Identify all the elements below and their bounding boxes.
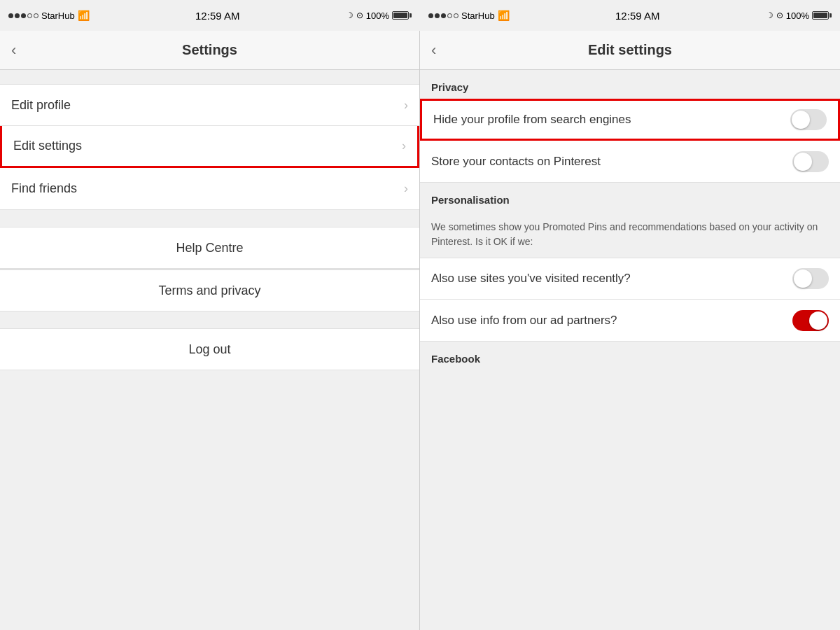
settings-item-help[interactable]: Help Centre (0, 227, 419, 269)
left-wifi-icon: 📶 (78, 10, 90, 21)
left-battery-pct: 100% (366, 10, 389, 21)
right-moon-icon: ☽ (766, 10, 774, 20)
settings-top-gap (0, 70, 419, 84)
store-contacts-label: Store your contacts on Pinterest (431, 155, 792, 169)
visited-sites-knob (794, 270, 812, 288)
terms-label: Terms and privacy (158, 284, 260, 298)
hide-profile-label: Hide your profile from search engines (433, 113, 790, 127)
privacy-section-label: Privacy (420, 70, 840, 99)
edit-profile-chevron: › (404, 98, 408, 113)
ad-partners-label: Also use info from our ad partners? (431, 314, 792, 328)
left-panel-title: Settings (182, 42, 237, 58)
right-lock-icon: ⊙ (776, 10, 783, 20)
toggle-hide-profile: Hide your profile from search engines (420, 99, 840, 141)
settings-gap2 (0, 312, 419, 328)
toggle-store-contacts: Store your contacts on Pinterest (420, 141, 840, 183)
right-status: StarHub 📶 12:59 AM ☽ ⊙ 100% (420, 0, 840, 31)
personalisation-desc: We sometimes show you Promoted Pins and … (420, 211, 840, 258)
settings-item-edit-profile[interactable]: Edit profile › (0, 84, 419, 126)
settings-item-logout[interactable]: Log out (0, 328, 419, 370)
right-carrier: StarHub (461, 10, 495, 21)
hide-profile-toggle[interactable] (790, 109, 827, 130)
left-battery-icon (392, 11, 412, 20)
help-label: Help Centre (176, 241, 243, 255)
signal-dots (8, 13, 38, 18)
left-time: 12:59 AM (195, 10, 239, 22)
facebook-section-label: Facebook (420, 342, 840, 370)
left-carrier: StarHub (41, 10, 75, 21)
dot3 (21, 13, 26, 18)
edit-profile-label: Edit profile (11, 98, 71, 113)
right-back-button[interactable]: ‹ (431, 43, 436, 58)
left-moon-icon: ☽ (346, 10, 354, 20)
toggle-ad-partners: Also use info from our ad partners? (420, 300, 840, 342)
right-battery-pct: 100% (786, 10, 809, 21)
settings-gap1 (0, 210, 419, 227)
personalisation-section-label: Personalisation (420, 183, 840, 211)
right-panel: ‹ Edit settings Privacy Hide your profil… (420, 31, 840, 630)
right-panel-title: Edit settings (588, 42, 672, 58)
left-signal-group: StarHub 📶 (8, 10, 90, 21)
logout-label: Log out (188, 342, 230, 357)
dot4 (27, 13, 32, 18)
right-time: 12:59 AM (615, 10, 659, 22)
settings-item-find-friends[interactable]: Find friends › (0, 168, 419, 210)
left-panel: ‹ Settings Edit profile › Edit settings … (0, 31, 420, 630)
find-friends-label: Find friends (11, 181, 77, 196)
rdot3 (441, 13, 446, 18)
find-friends-chevron: › (404, 181, 408, 196)
right-battery-icon (812, 11, 832, 20)
left-status: StarHub 📶 12:59 AM ☽ ⊙ 100% (0, 0, 420, 31)
left-back-button[interactable]: ‹ (11, 43, 16, 58)
store-contacts-toggle[interactable] (792, 151, 829, 172)
left-nav-header: ‹ Settings (0, 31, 419, 70)
hide-profile-knob (792, 111, 810, 129)
ad-partners-knob (809, 312, 827, 330)
right-signal-dots (428, 13, 458, 18)
main-content: ‹ Settings Edit profile › Edit settings … (0, 31, 840, 630)
edit-settings-chevron: › (402, 139, 406, 153)
dot5 (34, 13, 38, 18)
left-battery-group: ☽ ⊙ 100% (346, 10, 412, 21)
right-wifi-icon: 📶 (498, 10, 510, 21)
rdot4 (447, 13, 452, 18)
right-battery-group: ☽ ⊙ 100% (766, 10, 832, 21)
right-signal-group: StarHub 📶 (428, 10, 510, 21)
dot2 (15, 13, 20, 18)
edit-settings-label: Edit settings (13, 139, 82, 153)
rdot2 (435, 13, 440, 18)
left-lock-icon: ⊙ (356, 10, 363, 20)
toggle-visited-sites: Also use sites you've visited recently? (420, 258, 840, 300)
store-contacts-knob (794, 153, 812, 171)
ad-partners-toggle[interactable] (792, 310, 829, 331)
settings-list: Edit profile › Edit settings › Find frie… (0, 70, 419, 630)
visited-sites-toggle[interactable] (792, 268, 829, 289)
settings-item-terms[interactable]: Terms and privacy (0, 270, 419, 312)
status-bar: StarHub 📶 12:59 AM ☽ ⊙ 100% StarHub 📶 (0, 0, 840, 31)
settings-item-edit-settings[interactable]: Edit settings › (0, 126, 419, 168)
dot1 (8, 13, 13, 18)
rdot1 (428, 13, 433, 18)
right-nav-header: ‹ Edit settings (420, 31, 840, 70)
rdot5 (454, 13, 458, 18)
visited-sites-label: Also use sites you've visited recently? (431, 272, 792, 286)
